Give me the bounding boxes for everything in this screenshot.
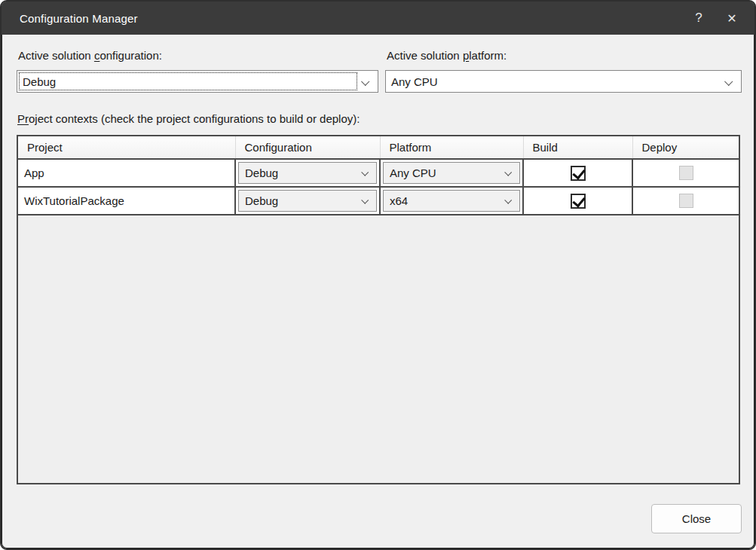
deploy-checkbox [679,166,693,180]
column-header-build[interactable]: Build [523,136,632,159]
deploy-cell [632,159,739,187]
active-solution-platform-select[interactable]: Any CPU [385,70,742,93]
build-cell [523,159,632,187]
build-checkbox[interactable] [571,194,586,209]
active-solution-configuration-value: Debug [23,75,56,88]
platform-cell: Any CPU [380,159,523,187]
column-header-platform[interactable]: Platform [380,136,523,159]
chevron-down-icon [361,78,369,86]
configuration-select[interactable]: Debug [238,162,377,184]
close-icon[interactable]: ✕ [715,2,748,35]
project-contexts-table: Project Configuration Platform Build Dep… [18,136,739,215]
chevron-down-icon [361,169,369,176]
configuration-value: Debug [245,167,278,179]
platform-value: x64 [390,194,408,207]
configuration-value: Debug [245,194,278,207]
chevron-down-icon [504,197,512,204]
build-cell [523,187,632,215]
close-button[interactable]: Close [651,504,742,533]
chevron-down-icon [724,78,733,86]
active-solution-platform-value: Any CPU [391,75,438,88]
deploy-cell [632,187,739,215]
active-solution-configuration-select[interactable]: Debug [17,70,378,93]
table-row: WixTutorialPackage Debug x64 [18,187,739,215]
build-checkbox[interactable] [571,166,586,181]
configuration-select[interactable]: Debug [238,190,377,212]
configuration-cell: Debug [235,187,380,215]
platform-select[interactable]: Any CPU [383,162,520,184]
focus-rectangle [19,72,357,90]
project-name-cell[interactable]: App [18,159,235,187]
titlebar[interactable]: Configuration Manager ? ✕ [2,2,754,35]
deploy-checkbox [679,194,693,208]
table-header-row: Project Configuration Platform Build Dep… [18,136,739,159]
platform-value: Any CPU [390,167,436,179]
project-contexts-grid: Project Configuration Platform Build Dep… [17,135,740,484]
chevron-down-icon [361,197,369,204]
column-header-deploy[interactable]: Deploy [632,136,739,159]
window-title: Configuration Manager [2,12,138,25]
configuration-cell: Debug [235,159,380,187]
active-solution-configuration-label: Active solution configuration: [18,49,162,62]
platform-cell: x64 [380,187,523,215]
platform-select[interactable]: x64 [383,190,520,212]
column-header-configuration[interactable]: Configuration [235,136,380,159]
table-row: App Debug Any CPU [18,159,739,187]
project-name-cell[interactable]: WixTutorialPackage [18,187,235,215]
help-icon[interactable]: ? [682,2,715,35]
chevron-down-icon [504,169,512,176]
active-solution-platform-label: Active solution platform: [387,49,507,62]
titlebar-buttons: ? ✕ [682,2,748,35]
column-header-project[interactable]: Project [18,136,235,159]
configuration-manager-dialog: Configuration Manager ? ✕ Active solutio… [0,0,756,550]
project-contexts-label: Project contexts (check the project conf… [17,112,360,125]
